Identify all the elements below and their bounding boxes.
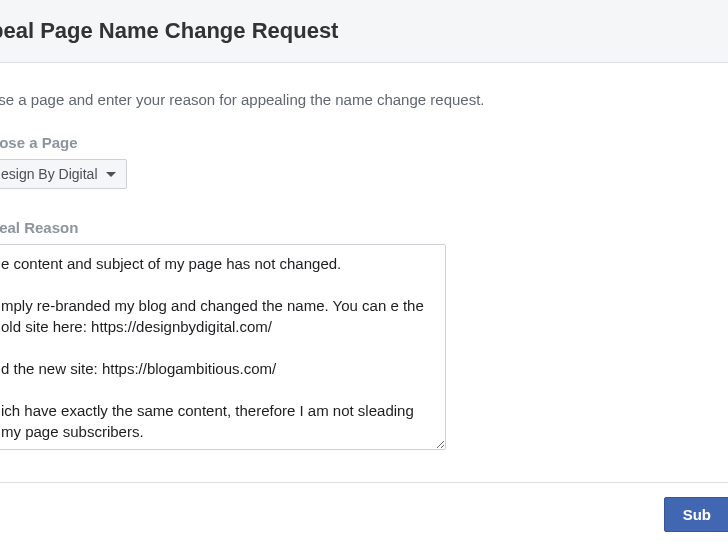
caret-down-icon bbox=[106, 172, 116, 177]
choose-page-label: oose a Page bbox=[0, 134, 728, 151]
submit-button[interactable]: Sub bbox=[664, 497, 728, 532]
appeal-reason-textarea[interactable] bbox=[0, 244, 446, 450]
form-footer: Sub bbox=[0, 482, 728, 546]
form-content: ose a page and enter your reason for app… bbox=[0, 63, 728, 453]
page-title: peal Page Name Change Request bbox=[0, 18, 728, 44]
appeal-reason-label: peal Reason bbox=[0, 219, 728, 236]
appeal-reason-section: peal Reason bbox=[0, 219, 728, 453]
page-dropdown-value: esign By Digital bbox=[1, 166, 98, 182]
instruction-text: ose a page and enter your reason for app… bbox=[0, 91, 728, 108]
page-header: peal Page Name Change Request bbox=[0, 0, 728, 63]
choose-page-section: oose a Page esign By Digital bbox=[0, 134, 728, 211]
page-dropdown[interactable]: esign By Digital bbox=[0, 159, 127, 189]
